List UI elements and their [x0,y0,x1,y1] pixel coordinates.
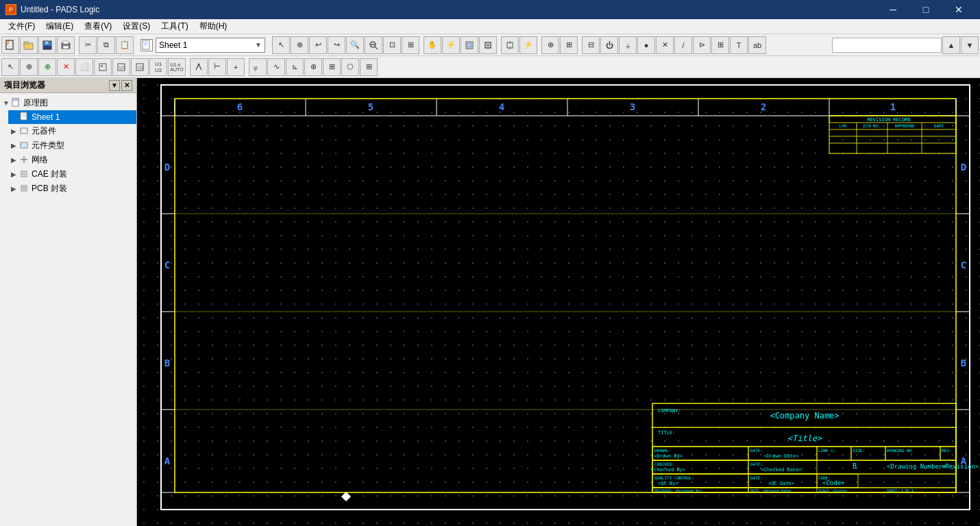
paste-button[interactable]: 📋 [116,36,134,54]
svg-point-33 [198,63,200,65]
tree-nets[interactable]: ▶ 网络 [8,153,136,167]
svg-text:SHEET: 1 OF 1: SHEET: 1 OF 1 [887,488,914,492]
svg-text:DATE:: DATE: [750,448,763,453]
connect-button[interactable]: ⊕ [291,36,308,54]
zoom-in-button[interactable]: 🔍 [346,36,364,54]
nav-down-button[interactable]: ▼ [961,36,979,54]
menu-help[interactable]: 帮助(H) [194,19,233,34]
tb2-t20[interactable]: ⊞ [360,58,378,76]
add-pin-button[interactable]: ⊞ [560,36,578,54]
print-button[interactable] [57,36,75,54]
search-box[interactable] [832,38,942,53]
add-comp-button[interactable] [501,36,519,54]
new-button[interactable] [1,36,19,54]
components-icon [19,126,29,137]
ecad-button[interactable] [461,36,478,54]
tree-pcb[interactable]: ▶ PCB 封装 [8,181,136,196]
copy-button[interactable]: ⧉ [97,36,115,54]
text-button[interactable]: T [730,36,748,54]
tree-components[interactable]: ▶ 元器件 [8,124,136,138]
tb2-t3[interactable]: ⊕ [38,58,56,76]
tb2-t14[interactable]: φ [249,58,267,76]
sheet-dropdown[interactable]: Sheet 1 ▼ [156,38,265,53]
add-wire-button[interactable]: ⚡ [519,36,537,54]
tb2-t13[interactable]: + [227,58,245,76]
power-button[interactable]: ⏻ [600,36,618,54]
tb2-t6[interactable] [94,58,112,76]
route-button[interactable]: ⊕ [541,36,559,54]
svg-rect-10 [63,46,69,49]
tree-root-schematic[interactable]: ▼ 原理图 [0,96,136,110]
hier-button[interactable]: ⊞ [711,36,729,54]
comp-button[interactable] [479,36,497,54]
redo-button[interactable]: ↪ [328,36,345,54]
net-hl-button[interactable]: ⚡ [442,36,460,54]
maximize-button[interactable]: □ [910,0,942,19]
svg-text:<Code>: <Code> [822,479,845,486]
bus-entry-button[interactable]: / [674,36,692,54]
noconnect-button[interactable]: ✕ [656,36,674,54]
sheet-selector: Sheet 1 ▼ [140,38,265,53]
tb2-t18[interactable]: ⊞ [323,58,341,76]
tree-comp-types[interactable]: ▶ 元件类型 [8,138,136,153]
schematic-canvas[interactable]: 6 5 4 3 2 1 D C B A D C B [137,78,980,526]
company-text: <Company Name> [770,411,839,421]
save-button[interactable] [38,36,56,54]
row-label-d-left: D [164,162,170,173]
tb2-t17[interactable]: ⊕ [304,58,322,76]
canvas-area[interactable]: 6 5 4 3 2 1 D C B A D C B [137,78,980,526]
note-button[interactable]: ab [748,36,766,54]
junction-button[interactable]: ● [637,36,655,54]
pan-button[interactable]: ✋ [424,36,441,54]
cae-label: CAE 封装 [32,168,67,180]
tb2-select[interactable]: ↖ [1,58,19,76]
sidebar-close-button[interactable]: ✕ [121,80,132,91]
svg-text:SCALE: <Scale>: SCALE: <Scale> [818,488,847,492]
cursor-button[interactable]: ↖ [272,36,290,54]
svg-text:<Checked By>: <Checked By> [651,467,686,473]
tb2-t8[interactable]: U2 [131,58,149,76]
ground-button[interactable]: ⏚ [619,36,637,54]
tb2-t15[interactable]: ∿ [267,58,285,76]
svg-text:DATE: DATE [934,123,944,128]
cut-button[interactable]: ✂ [79,36,97,54]
svg-rect-43 [21,142,27,148]
tb2-t5[interactable]: ⬜ [75,58,93,76]
bus-button[interactable]: ⊟ [582,36,600,54]
svg-rect-104 [652,474,956,488]
tb2-t2[interactable]: ⊕ [20,58,38,76]
svg-text:LINK 1:: LINK 1: [818,448,835,453]
tb2-t9[interactable]: U1U2 [149,58,167,76]
expand-icon5: ▶ [11,171,19,178]
menu-view[interactable]: 查看(V) [79,19,117,34]
menu-settings[interactable]: 设置(S) [117,19,156,34]
tree-sheet1[interactable]: Sheet 1 [8,110,136,124]
undo-button[interactable]: ↩ [309,36,327,54]
minimize-button[interactable]: ─ [877,0,909,19]
tb2-t4[interactable]: ✕ [57,58,75,76]
tb2-t16[interactable]: ⊾ [286,58,304,76]
sheet-dropdown-label: Sheet 1 [159,40,187,50]
port-button[interactable]: ⊳ [693,36,711,54]
zoom-area-button[interactable]: ⊞ [402,36,419,54]
tb2-t7[interactable]: U1 [112,58,130,76]
tb2-t12[interactable]: ⊢ [208,58,226,76]
menu-tools[interactable]: 工具(T) [156,19,193,34]
nav-up-button[interactable]: ▲ [942,36,960,54]
tb2-t19[interactable]: ⬡ [341,58,359,76]
title-text: Untitled - PADS Logic [21,5,99,14]
sidebar-pin-button[interactable]: ▼ [109,80,120,91]
zoom-out-button[interactable] [365,36,382,54]
tb2-t10[interactable]: U1-nAUTO [168,58,186,76]
menu-file[interactable]: 文件(F) [3,19,40,34]
tb2-t11[interactable] [190,58,208,76]
open-button[interactable] [20,36,38,54]
svg-text:<Checked Date>: <Checked Date> [761,467,801,473]
app-icon: P [5,4,16,15]
close-button[interactable]: ✕ [943,0,975,19]
col-label-5: 5 [368,101,373,112]
menu-edit[interactable]: 编辑(E) [40,19,79,34]
tree-cae[interactable]: ▶ CAE 封装 [8,167,136,181]
fit-button[interactable]: ⊡ [383,36,401,54]
sheet-tree-icon [19,112,29,123]
